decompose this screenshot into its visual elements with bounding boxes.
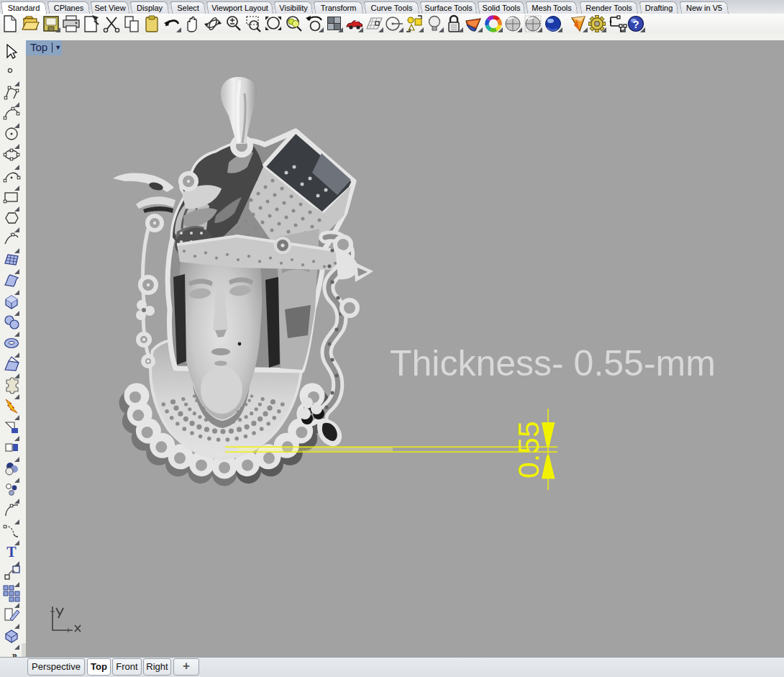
svg-text:0.55: 0.55 bbox=[512, 421, 545, 478]
svg-text:?: ? bbox=[632, 18, 639, 30]
svg-text:T: T bbox=[6, 544, 17, 560]
